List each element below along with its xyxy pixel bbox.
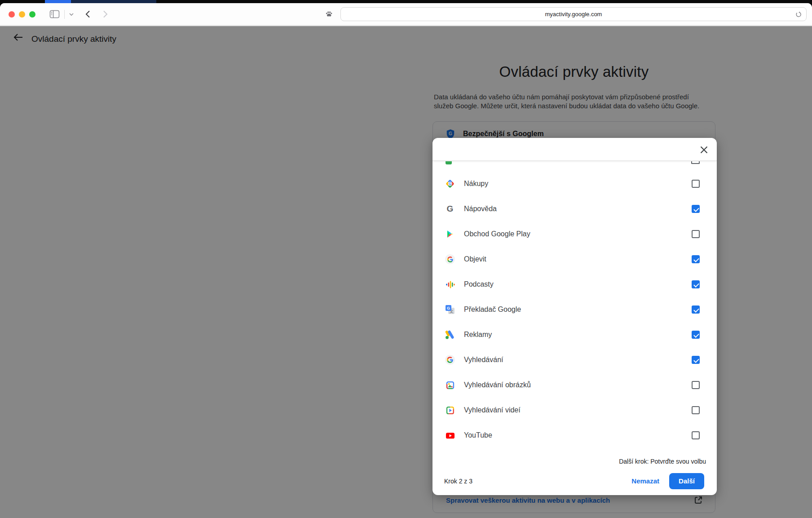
checkbox[interactable] xyxy=(692,180,700,188)
google-shopping-icon: G xyxy=(445,179,455,189)
checkbox[interactable] xyxy=(692,305,700,314)
google-discover-icon xyxy=(445,254,455,264)
google-podcasts-icon xyxy=(445,279,455,289)
background-window-accent xyxy=(45,0,71,3)
list-item-label: Nápověda xyxy=(464,205,497,213)
google-ads-icon xyxy=(445,330,455,340)
checkbox[interactable] xyxy=(692,431,700,439)
list-item-label: Nákupy xyxy=(464,180,488,188)
cut-off-checkbox[interactable] xyxy=(691,161,700,164)
checkbox[interactable] xyxy=(692,230,700,238)
window-controls xyxy=(9,11,35,18)
list-item-objevit: Objevit xyxy=(432,247,717,272)
video-search-icon xyxy=(445,405,455,415)
services-list: G Nákupy G Nápověda xyxy=(432,171,717,448)
address-bar[interactable]: myactivity.google.com xyxy=(340,7,807,21)
list-item-label: Podcasty xyxy=(464,280,494,288)
next-step-hint: Další krok: Potvrďte svou volbu xyxy=(619,458,706,465)
browser-window: myactivity.google.com xyxy=(0,3,812,518)
extension-button[interactable] xyxy=(323,8,335,20)
checkbox[interactable] xyxy=(692,331,700,339)
tab-overview-chevron-button[interactable] xyxy=(67,11,75,18)
close-window-button[interactable] xyxy=(9,11,15,18)
browser-toolbar: myactivity.google.com xyxy=(0,3,812,26)
zoom-window-button[interactable] xyxy=(29,11,35,18)
checkbox[interactable] xyxy=(692,406,700,414)
minimize-window-button[interactable] xyxy=(19,11,25,18)
list-item-label: Vyhledávání videí xyxy=(464,406,521,414)
back-chevron-icon xyxy=(85,10,90,18)
toolbar-divider xyxy=(64,10,65,19)
checkbox[interactable] xyxy=(692,280,700,288)
close-icon xyxy=(699,145,709,155)
list-item-obchod-google-play: Obchod Google Play xyxy=(432,221,717,247)
back-button[interactable] xyxy=(84,9,92,20)
chevron-down-icon xyxy=(69,13,74,16)
activity-controls-dialog: G Nákupy G Nápověda xyxy=(432,138,717,495)
forward-button[interactable] xyxy=(101,9,110,20)
list-item-prekladac-google: 文 G Překladač Google xyxy=(432,297,717,322)
google-translate-icon: 文 G xyxy=(445,305,455,314)
google-play-icon xyxy=(445,229,455,239)
url-text: myactivity.google.com xyxy=(545,11,602,18)
reload-icon[interactable] xyxy=(795,11,802,18)
list-item-youtube: YouTube xyxy=(432,423,717,448)
list-item-label: YouTube xyxy=(464,431,492,439)
svg-text:G: G xyxy=(447,306,450,310)
dialog-header xyxy=(432,138,717,161)
list-item-label: Objevit xyxy=(464,255,486,263)
sidebar-toggle-button[interactable] xyxy=(48,8,62,20)
close-dialog-button[interactable] xyxy=(698,144,710,155)
dialog-footer: Krok 2 z 3 Nemazat Další xyxy=(444,473,704,489)
checkbox[interactable] xyxy=(692,255,700,263)
screen: myactivity.google.com xyxy=(0,0,812,518)
list-item-vyhledavani: Vyhledávání xyxy=(432,347,717,372)
cut-off-service-icon xyxy=(446,161,452,164)
background-window-edge xyxy=(0,0,812,3)
list-item-vyhledavani-videi: Vyhledávání videí xyxy=(432,398,717,423)
list-item-napoveda: G Nápověda xyxy=(432,196,717,221)
google-search-icon xyxy=(445,355,455,365)
paw-extension-icon xyxy=(325,10,333,18)
list-item-reklamy: Reklamy xyxy=(432,322,717,347)
list-item-label: Obchod Google Play xyxy=(464,230,530,238)
background-window-accent-dark xyxy=(71,0,156,3)
checkbox[interactable] xyxy=(692,356,700,364)
sidebar-icon xyxy=(49,10,60,18)
list-item-label: Reklamy xyxy=(464,331,492,339)
svg-text:G: G xyxy=(449,182,452,186)
list-item-label: Překladač Google xyxy=(464,305,521,314)
list-item-label: Vyhledávání obrázků xyxy=(464,381,531,389)
forward-chevron-icon xyxy=(103,10,108,18)
youtube-icon xyxy=(445,430,455,440)
google-help-icon: G xyxy=(445,204,455,214)
list-item-vyhledavani-obrazku: Vyhledávání obrázků xyxy=(432,372,717,398)
dalsi-button[interactable]: Další xyxy=(669,473,704,489)
step-indicator: Krok 2 z 3 xyxy=(444,478,472,485)
checkbox[interactable] xyxy=(692,205,700,213)
image-search-icon xyxy=(445,380,455,390)
nemazat-button[interactable]: Nemazat xyxy=(627,474,664,488)
list-item-podcasty: Podcasty xyxy=(432,272,717,297)
list-item-nakupy: G Nákupy xyxy=(432,171,717,196)
list-item-label: Vyhledávání xyxy=(464,356,503,364)
checkbox[interactable] xyxy=(692,381,700,389)
